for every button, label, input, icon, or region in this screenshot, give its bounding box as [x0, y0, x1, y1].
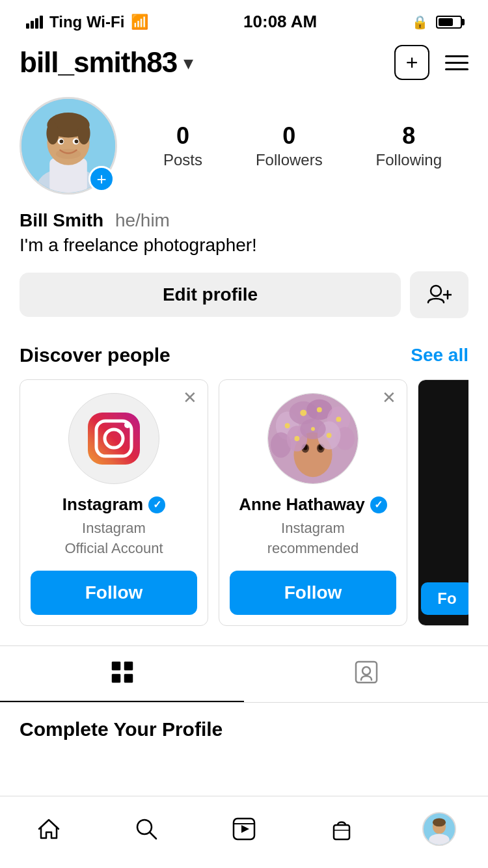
svg-rect-42	[124, 662, 133, 670]
svg-point-34	[300, 410, 306, 416]
svg-line-48	[150, 832, 156, 839]
close-instagram-card-button[interactable]: ✕	[183, 388, 197, 408]
svg-point-56	[433, 818, 446, 826]
app-header: bill_smith83 ▾ +	[0, 38, 488, 90]
svg-point-35	[317, 407, 322, 413]
following-stat[interactable]: 8 Following	[376, 122, 442, 169]
anne-card-avatar	[267, 393, 359, 484]
svg-point-11	[56, 149, 81, 159]
svg-point-18	[124, 422, 131, 428]
chevron-down-icon[interactable]: ▾	[183, 51, 193, 74]
discover-title: Discover people	[20, 344, 170, 366]
followers-label: Followers	[256, 151, 323, 169]
close-anne-card-button[interactable]: ✕	[382, 388, 396, 408]
add-story-button[interactable]: +	[88, 166, 115, 192]
reels-icon	[231, 816, 257, 842]
tab-tagged[interactable]	[244, 646, 488, 702]
battery-icon	[436, 16, 462, 29]
svg-point-12	[431, 286, 441, 296]
profile-section: + 0 Posts 0 Followers 8 Following Bill S…	[0, 90, 488, 331]
following-label: Following	[376, 151, 442, 169]
followers-stat[interactable]: 0 Followers	[256, 122, 323, 169]
nav-profile-avatar	[422, 812, 456, 846]
content-tabs	[0, 645, 488, 702]
see-all-link[interactable]: See all	[411, 345, 468, 366]
follow-partial-button[interactable]: Fo	[421, 582, 468, 615]
svg-marker-50	[241, 825, 249, 833]
home-icon	[36, 816, 62, 842]
followers-count: 0	[282, 122, 295, 150]
anne-avatar-image	[268, 393, 358, 484]
search-icon	[133, 816, 159, 842]
svg-point-9	[60, 139, 64, 143]
instagram-card-name-row: Instagram ✓	[62, 495, 165, 515]
svg-point-40	[311, 427, 315, 431]
tab-grid[interactable]	[0, 646, 244, 702]
shop-icon	[329, 816, 355, 842]
display-name: Bill Smith	[20, 210, 103, 230]
bio-section: Bill Smith he/him I'm a freelance photog…	[20, 210, 468, 256]
stats-row: 0 Posts 0 Followers 8 Following	[137, 122, 468, 169]
svg-point-46	[362, 667, 370, 675]
add-person-icon	[427, 284, 452, 305]
nav-avatar-image	[424, 813, 455, 845]
header-actions: +	[394, 45, 468, 80]
tagged-icon	[355, 660, 378, 689]
svg-point-6	[77, 122, 90, 145]
discover-card-partial: Fo	[418, 379, 468, 626]
complete-profile-section: Complete Your Profile	[0, 702, 488, 756]
svg-point-37	[336, 416, 341, 422]
action-buttons: Edit profile	[20, 271, 468, 318]
bottom-navigation	[0, 796, 488, 868]
nav-shop-button[interactable]	[316, 809, 368, 848]
add-friend-button[interactable]	[410, 271, 468, 318]
lock-icon: 🔒	[412, 14, 428, 30]
anne-verified-badge: ✓	[370, 496, 387, 513]
nav-profile-button[interactable]	[413, 809, 465, 848]
svg-rect-44	[124, 674, 133, 683]
signal-icon	[26, 16, 43, 29]
instagram-card-sub: Instagram Official Account	[64, 519, 163, 559]
edit-profile-button[interactable]: Edit profile	[20, 273, 401, 317]
svg-point-38	[294, 436, 299, 441]
discover-section: Discover people See all ✕	[0, 331, 488, 626]
discover-card-instagram: ✕	[20, 379, 208, 626]
posts-count: 0	[176, 122, 189, 150]
posts-label: Posts	[163, 151, 202, 169]
anne-card-sub: Instagram recommended	[267, 519, 359, 559]
nav-reels-button[interactable]	[218, 809, 270, 848]
username-row[interactable]: bill_smith83 ▾	[20, 46, 193, 79]
posts-stat[interactable]: 0 Posts	[163, 122, 202, 169]
carrier-label: Ting Wi-Fi	[49, 13, 124, 31]
svg-rect-43	[112, 674, 120, 683]
nav-search-button[interactable]	[120, 809, 172, 848]
discover-card-anne: ✕	[219, 379, 407, 626]
complete-profile-title: Complete Your Profile	[20, 718, 223, 740]
follow-anne-button[interactable]: Follow	[230, 571, 396, 615]
add-content-button[interactable]: +	[394, 45, 429, 80]
svg-point-5	[46, 122, 59, 145]
status-time: 10:08 AM	[243, 12, 317, 32]
svg-point-39	[327, 433, 332, 438]
status-right: 🔒	[412, 14, 462, 30]
menu-button[interactable]	[445, 55, 468, 70]
anne-card-name: Anne Hathaway	[239, 495, 365, 515]
instagram-logo-icon	[85, 409, 143, 468]
anne-card-name-row: Anne Hathaway ✓	[239, 495, 387, 515]
avatar-wrapper: +	[20, 97, 117, 195]
pronouns: he/him	[115, 210, 170, 230]
instagram-card-name: Instagram	[62, 495, 143, 515]
svg-point-36	[285, 423, 290, 428]
status-left: Ting Wi-Fi 📶	[26, 13, 148, 31]
instagram-card-avatar	[68, 393, 159, 484]
username-label: bill_smith83	[20, 46, 177, 79]
wifi-icon: 📶	[131, 14, 148, 31]
discover-cards: ✕	[20, 379, 468, 626]
bio-text: I'm a freelance photographer!	[20, 235, 468, 256]
nav-home-button[interactable]	[23, 809, 75, 848]
follow-instagram-button[interactable]: Follow	[31, 571, 197, 615]
grid-icon	[111, 660, 134, 689]
svg-rect-52	[334, 825, 349, 839]
discover-header: Discover people See all	[20, 344, 468, 366]
profile-row: + 0 Posts 0 Followers 8 Following	[20, 97, 468, 195]
